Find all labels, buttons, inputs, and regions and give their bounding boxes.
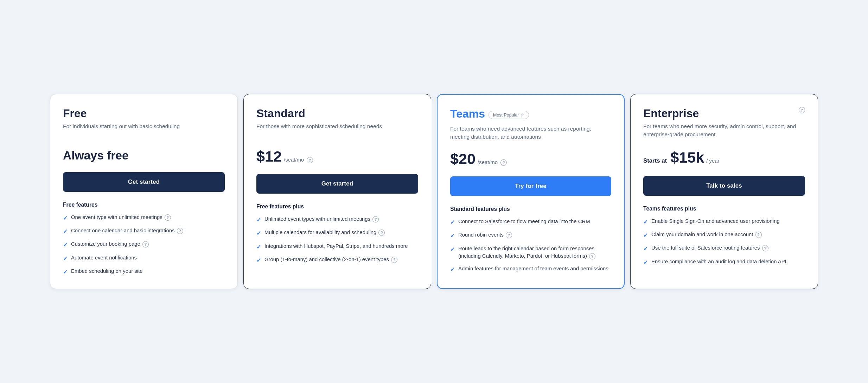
feature-help-icon[interactable]: ? <box>755 232 762 238</box>
check-icon: ✓ <box>256 216 261 224</box>
plan-title: Enterprise <box>643 107 805 120</box>
feature-text: Use the full suite of Salesforce routing… <box>651 244 768 252</box>
feature-item: ✓ Use the full suite of Salesforce routi… <box>643 244 805 253</box>
feature-help-icon[interactable]: ? <box>142 241 149 247</box>
feature-text: Automate event notifications <box>71 254 137 262</box>
features-list: ✓ One event type with unlimited meetings… <box>63 214 225 276</box>
price-row: $12 /seat/mo ? <box>256 149 418 164</box>
features-heading: Standard features plus <box>450 206 611 212</box>
features-heading: Free features plus <box>256 203 418 210</box>
plan-desc: For teams who need advanced features suc… <box>450 125 611 143</box>
features-heading: Free features <box>63 202 225 208</box>
feature-item: ✓ Route leads to the right calendar base… <box>450 245 611 260</box>
feature-item: ✓ Multiple calendars for availability an… <box>256 229 418 237</box>
feature-text: Admin features for management of team ev… <box>458 265 608 273</box>
check-icon: ✓ <box>63 255 68 263</box>
starts-at-label: Starts at <box>643 157 667 164</box>
feature-item: ✓ Connect one calendar and basic integra… <box>63 227 225 236</box>
feature-text: Round robin events ? <box>458 231 512 239</box>
feature-text: Unlimited event types with unlimited mee… <box>264 215 379 223</box>
feature-text: Embed scheduling on your site <box>71 268 142 275</box>
feature-item: ✓ Customize your booking page ? <box>63 240 225 249</box>
price-row: Starts at $15k / year <box>643 149 805 166</box>
plan-title: Free <box>63 107 225 120</box>
plan-title: Standard <box>256 107 418 120</box>
price-amount: $15k <box>670 149 704 166</box>
plan-desc: For those with more sophisticated schedu… <box>256 122 418 140</box>
pricing-card-standard: StandardFor those with more sophisticate… <box>243 94 431 289</box>
feature-text: Route leads to the right calendar based … <box>458 245 611 260</box>
feature-help-icon[interactable]: ? <box>391 257 397 263</box>
feature-item: ✓ One event type with unlimited meetings… <box>63 214 225 222</box>
feature-item: ✓ Claim your domain and work in one acco… <box>643 231 805 239</box>
feature-help-icon[interactable]: ? <box>589 253 595 259</box>
check-icon: ✓ <box>450 218 455 226</box>
price-amount: $20 <box>450 151 476 167</box>
pricing-card-enterprise: ?EnterpriseFor teams who need more secur… <box>630 94 818 289</box>
price-help-icon[interactable]: ? <box>307 157 313 163</box>
feature-help-icon[interactable]: ? <box>506 232 512 238</box>
feature-help-icon[interactable]: ? <box>177 228 183 234</box>
star-icon: ☆ <box>521 112 524 118</box>
feature-text: Customize your booking page ? <box>71 240 149 248</box>
most-popular-badge: Most Popular ☆ <box>489 111 529 119</box>
feature-help-icon[interactable]: ? <box>378 230 385 236</box>
enterprise-help-icon[interactable]: ? <box>799 107 805 113</box>
check-icon: ✓ <box>450 245 455 253</box>
feature-item: ✓ Automate event notifications <box>63 254 225 263</box>
feature-item: ✓ Unlimited event types with unlimited m… <box>256 215 418 224</box>
feature-help-icon[interactable]: ? <box>762 245 768 251</box>
check-icon: ✓ <box>63 227 68 236</box>
feature-help-icon[interactable]: ? <box>165 214 171 221</box>
feature-help-icon[interactable]: ? <box>372 216 379 222</box>
feature-text: Claim your domain and work in one accoun… <box>651 231 762 239</box>
feature-text: Multiple calendars for availability and … <box>264 229 385 237</box>
price-period: /seat/mo <box>478 159 498 165</box>
check-icon: ✓ <box>63 214 68 222</box>
check-icon: ✓ <box>643 258 648 266</box>
feature-item: ✓ Connect to Salesforce to flow meeting … <box>450 218 611 226</box>
feature-text: One event type with unlimited meetings ? <box>71 214 171 221</box>
pricing-card-free: FreeFor individuals starting out with ba… <box>50 94 238 289</box>
price-amount: Always free <box>63 149 129 162</box>
plan-title: Teams <box>450 107 485 120</box>
feature-text: Connect to Salesforce to flow meeting da… <box>458 218 590 226</box>
check-icon: ✓ <box>256 256 261 264</box>
features-list: ✓ Unlimited event types with unlimited m… <box>256 215 418 264</box>
features-heading: Teams features plus <box>643 206 805 212</box>
pricing-card-teams: Teams Most Popular ☆ For teams who need … <box>437 94 625 289</box>
pricing-grid: FreeFor individuals starting out with ba… <box>47 90 821 293</box>
check-icon: ✓ <box>643 245 648 253</box>
price-row: $20 /seat/mo ? <box>450 151 611 167</box>
check-icon: ✓ <box>450 265 455 274</box>
feature-text: Group (1-to-many) and collective (2-on-1… <box>264 256 397 264</box>
check-icon: ✓ <box>256 229 261 237</box>
check-icon: ✓ <box>643 231 648 239</box>
check-icon: ✓ <box>450 232 455 240</box>
check-icon: ✓ <box>63 241 68 249</box>
check-icon: ✓ <box>643 218 648 226</box>
cta-button-teams[interactable]: Try for free <box>450 176 611 196</box>
feature-item: ✓ Integrations with Hubspot, PayPal, Str… <box>256 243 418 251</box>
feature-text: Enable Single Sign-On and advanced user … <box>651 218 780 225</box>
cta-button-standard[interactable]: Get started <box>256 174 418 194</box>
price-help-icon[interactable]: ? <box>500 159 507 166</box>
check-icon: ✓ <box>256 243 261 251</box>
price-row: Always free <box>63 149 225 162</box>
feature-item: ✓ Enable Single Sign-On and advanced use… <box>643 218 805 226</box>
feature-item: ✓ Embed scheduling on your site <box>63 268 225 276</box>
feature-item: ✓ Ensure compliance with an audit log an… <box>643 258 805 266</box>
feature-text: Ensure compliance with an audit log and … <box>651 258 786 266</box>
plan-desc: For teams who need more security, admin … <box>643 122 805 140</box>
cta-button-enterprise[interactable]: Talk to sales <box>643 176 805 196</box>
cta-button-free[interactable]: Get started <box>63 172 225 192</box>
features-list: ✓ Connect to Salesforce to flow meeting … <box>450 218 611 274</box>
feature-text: Integrations with Hubspot, PayPal, Strip… <box>264 243 408 250</box>
check-icon: ✓ <box>63 268 68 276</box>
price-period: /seat/mo <box>284 157 304 163</box>
plan-title-row: Teams Most Popular ☆ <box>450 107 611 123</box>
feature-item: ✓ Group (1-to-many) and collective (2-on… <box>256 256 418 264</box>
feature-item: ✓ Admin features for management of team … <box>450 265 611 274</box>
plan-desc: For individuals starting out with basic … <box>63 122 225 140</box>
feature-text: Connect one calendar and basic integrati… <box>71 227 183 235</box>
